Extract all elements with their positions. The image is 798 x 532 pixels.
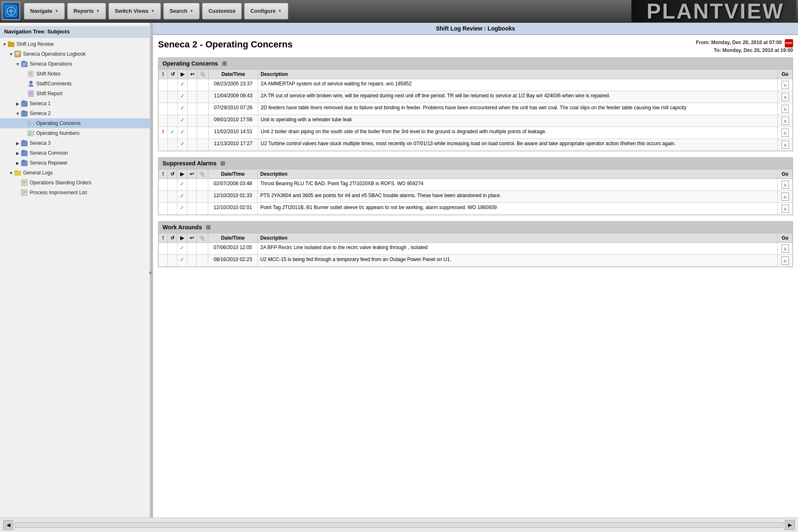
- go-cell[interactable]: [778, 115, 793, 127]
- c1-cell: ✓: [168, 127, 178, 139]
- sidebar-item-seneca-operations[interactable]: ▼ Seneca Operations: [0, 59, 150, 69]
- go-cell[interactable]: [778, 139, 793, 151]
- configure-button[interactable]: Configure ▼: [244, 3, 288, 19]
- date-from: From: Monday, Dec 20, 2010 at 07:00 PDF: [696, 39, 793, 47]
- switch-views-button[interactable]: Switch Views ▼: [108, 3, 161, 19]
- flag-cell: [159, 255, 168, 267]
- pdf-icon[interactable]: PDF: [785, 39, 793, 47]
- switch-views-label: Switch Views: [115, 8, 148, 14]
- sidebar-item-label-operating-concerns: Operating Concerns: [36, 120, 80, 126]
- scroll-right-arrow[interactable]: ▶: [785, 520, 795, 530]
- sidebar-item-seneca-2[interactable]: ▼ Seneca 2: [0, 108, 150, 118]
- go-cell[interactable]: [778, 203, 793, 215]
- c2-cell: [187, 255, 197, 267]
- sidebar-item-staff-comments[interactable]: ▶ Staff/Comments: [0, 79, 150, 89]
- c1-cell: [168, 139, 178, 151]
- document-icon[interactable]: [782, 81, 789, 89]
- description-cell: Unit is operating with a reheater tube l…: [258, 115, 778, 127]
- document-icon[interactable]: [782, 129, 789, 137]
- sidebar-item-seneca-3[interactable]: ▶ Seneca 3: [0, 138, 150, 148]
- section-work-arounds: Work Arounds ⊞ ! ↺ ▶ ↩ 📎 Date/Time Descr…: [158, 221, 793, 267]
- filter-icon[interactable]: ⊞: [221, 60, 228, 67]
- c1-cell: [168, 79, 178, 91]
- table-row: ✓08/23/2005 23:372A AMMERTAP system out …: [159, 79, 793, 91]
- check-cell: ✓: [178, 115, 188, 127]
- section-header-suppressed-alarms: Suppressed Alarms ⊞: [158, 158, 793, 169]
- seneca-ops-icon: [21, 60, 28, 68]
- document-icon[interactable]: [782, 117, 789, 125]
- sidebar-item-label-seneca-2: Seneca 2: [30, 111, 51, 116]
- document-icon[interactable]: [782, 205, 789, 213]
- sidebar-item-operating-numbers[interactable]: ▶ Operating Numbers: [0, 128, 150, 138]
- sidebar-item-shift-report[interactable]: ▶ Shift Report: [0, 89, 150, 99]
- c1-cell: [168, 255, 177, 267]
- svg-rect-31: [28, 130, 34, 136]
- svg-rect-6: [16, 52, 20, 53]
- c3-cell: [197, 127, 209, 139]
- go-cell[interactable]: [778, 243, 793, 255]
- description-cell: Thrust Bearing RLU T/C BAD. Point Tag 2T…: [258, 179, 778, 191]
- document-icon[interactable]: [782, 141, 789, 149]
- main-layout: Navigation Tree: Subjects ▼ Shift Log Re…: [0, 23, 798, 518]
- svg-rect-13: [22, 66, 25, 66]
- filter-icon-sa[interactable]: ⊞: [219, 160, 226, 167]
- section-header-work-arounds: Work Arounds ⊞: [158, 221, 793, 233]
- expand-icon-sr: ▶: [15, 160, 21, 166]
- sidebar-item-seneca-ops-logbook[interactable]: ▼ Seneca Operations Logbook: [0, 49, 150, 59]
- svg-rect-26: [22, 111, 25, 112]
- sidebar-item-seneca-common[interactable]: ▶ Seneca Common: [0, 148, 150, 158]
- sidebar-item-seneca-repower[interactable]: ▶ Seneca Repower: [0, 158, 150, 168]
- sidebar-item-operating-concerns[interactable]: ▶ Operating Concerns: [0, 118, 150, 128]
- sidebar: Navigation Tree: Subjects ▼ Shift Log Re…: [0, 23, 151, 518]
- content-body: Seneca 2 - Operating Concerns From: Mond…: [153, 35, 798, 518]
- sidebar-header: Navigation Tree: Subjects: [0, 26, 150, 38]
- c3-cell: [197, 139, 209, 151]
- sidebar-item-seneca-1[interactable]: ▶ Seneca 1: [0, 99, 150, 108]
- scroll-left-arrow[interactable]: ◀: [3, 520, 13, 530]
- section-title-operating-concerns: Operating Concerns: [162, 60, 218, 67]
- svg-rect-11: [22, 63, 26, 64]
- sidebar-item-process-improvement[interactable]: ▶ Process Improvement List: [0, 188, 150, 198]
- filter-icon-wa[interactable]: ⊞: [205, 224, 212, 231]
- reports-button[interactable]: Reports ▼: [67, 3, 106, 19]
- go-cell[interactable]: [778, 103, 793, 115]
- document-icon[interactable]: [782, 257, 789, 265]
- horizontal-scrollbar[interactable]: [15, 522, 783, 528]
- go-cell[interactable]: [778, 255, 793, 267]
- navigate-button[interactable]: Navigate ▼: [24, 3, 65, 19]
- svg-rect-36: [22, 140, 25, 141]
- document-icon[interactable]: [782, 93, 789, 101]
- search-button[interactable]: Search ▼: [163, 3, 200, 19]
- svg-rect-24: [22, 101, 25, 102]
- check-icon-2: ✓: [180, 141, 185, 147]
- document-icon[interactable]: [782, 245, 789, 253]
- sidebar-item-general-logs[interactable]: ▼ General Logs: [0, 168, 150, 178]
- table-row: ✓12/10/2010 01:33PTS 2YA3604 and 3605 ar…: [159, 191, 793, 203]
- sidebar-item-operations-standing-orders[interactable]: ▶ Operations Standing Orders: [0, 178, 150, 188]
- col-header-refresh-sa: ↺: [168, 169, 177, 179]
- datetime-cell: 11/13/2010 17:27: [209, 139, 258, 151]
- sidebar-item-shift-log-review[interactable]: ▼ Shift Log Review: [0, 39, 150, 49]
- section-operating-concerns: Operating Concerns ⊞ ! ↺ ▶ ↩ 📎 Date/Time…: [158, 57, 793, 151]
- c2-cell: [188, 103, 197, 115]
- c1-cell: [168, 191, 177, 203]
- c2-cell: [188, 79, 197, 91]
- seneca-repower-icon: [21, 159, 28, 167]
- flag-cell: [159, 115, 168, 127]
- document-icon[interactable]: [782, 193, 789, 201]
- customize-button[interactable]: Customize: [202, 3, 242, 19]
- sidebar-item-label-shift-report: Shift Report: [36, 91, 62, 97]
- go-cell[interactable]: [778, 179, 793, 191]
- document-icon[interactable]: [782, 105, 789, 113]
- document-icon[interactable]: [782, 181, 789, 189]
- col-header-attach-sa: 📎: [197, 169, 208, 179]
- col-header-attach-wa: 📎: [197, 233, 208, 243]
- sidebar-item-shift-notes[interactable]: ▶ Shift Notes: [0, 69, 150, 79]
- seneca2-icon: [21, 110, 28, 117]
- c3-cell: [197, 255, 208, 267]
- sidebar-item-label-staff-comments: Staff/Comments: [36, 81, 72, 87]
- go-cell[interactable]: [778, 127, 793, 139]
- go-cell[interactable]: [778, 191, 793, 203]
- go-cell[interactable]: [778, 79, 793, 91]
- go-cell[interactable]: [778, 91, 793, 103]
